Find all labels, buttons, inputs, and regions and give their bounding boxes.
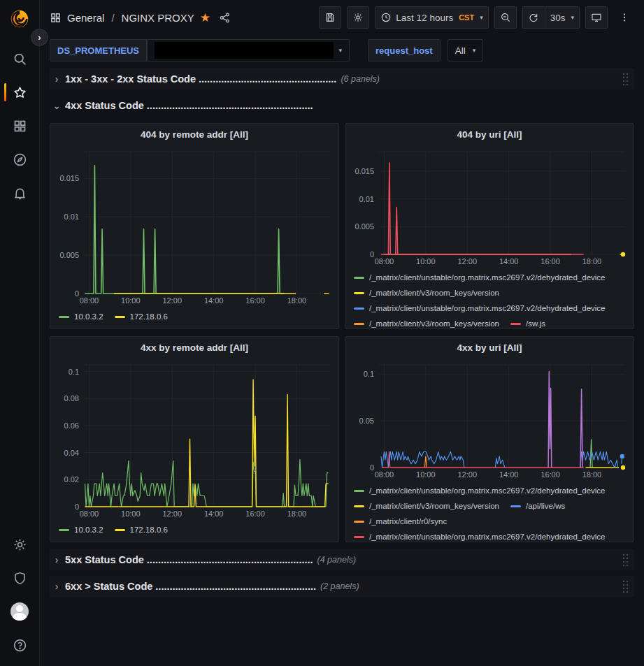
legend-label: /_matrix/client/v3/room_keys/version (369, 289, 499, 297)
panel-chart-area[interactable]: 00.0050.010.01508:0010:0012:0014:0016:00… (350, 146, 629, 267)
cycle-view-mode-button[interactable] (585, 6, 608, 29)
sidebar-item-profile[interactable] (0, 595, 39, 628)
legend-swatch (115, 529, 125, 531)
timeseries-chart[interactable]: 00.020.040.060.080.108:0010:0012:0014:00… (55, 359, 334, 519)
svg-text:10:00: 10:00 (416, 257, 436, 266)
svg-text:0.005: 0.005 (355, 222, 374, 231)
row-1xx-3xx-2xx[interactable]: › 1xx - 3xx - 2xx Status Code ..........… (50, 68, 634, 89)
svg-text:14:00: 14:00 (499, 470, 519, 479)
refresh-interval-dropdown[interactable]: 30s ▾ (545, 6, 580, 29)
legend-item[interactable]: 172.18.0.6 (115, 522, 168, 537)
datasource-variable-label: DS_PROMETHEUS (50, 39, 147, 61)
svg-text:0: 0 (370, 250, 374, 259)
grafana-logo-icon[interactable] (9, 8, 30, 29)
row-drag-handle[interactable] (622, 580, 629, 593)
legend-label: /_matrix/client/unstable/org.matrix.msc2… (369, 533, 606, 541)
legend-item[interactable]: /sw.js (510, 316, 545, 328)
legend-swatch (354, 505, 364, 507)
legend-item[interactable]: /_matrix/client/v3/room_keys/version (354, 498, 499, 514)
time-range-picker[interactable]: Last 12 hours CST ▾ (375, 6, 488, 29)
sidebar-item-search[interactable] (0, 42, 39, 75)
timeseries-chart[interactable]: 00.0050.010.01508:0010:0012:0014:0016:00… (350, 146, 629, 267)
legend-label: /_matrix/client/v3/room_keys/version (369, 319, 499, 328)
legend-item[interactable]: 172.18.0.6 (115, 309, 168, 324)
panel-title[interactable]: 4xx by remote addr [All] (50, 337, 338, 358)
panel-legend: /_matrix/client/unstable/org.matrix.msc2… (345, 480, 634, 542)
dashboard-header: General / NGINX PROXY ★ Last 12 hours (40, 0, 644, 35)
svg-text:0: 0 (370, 463, 374, 472)
legend-item[interactable]: /_matrix/client/v3/room_keys/version (354, 316, 499, 328)
sidebar-item-alerting[interactable] (0, 176, 39, 210)
refresh-button[interactable] (522, 6, 545, 29)
legend-item[interactable]: /_matrix/client/unstable/org.matrix.msc2… (354, 483, 606, 498)
legend-item[interactable]: 10.0.3.2 (59, 522, 103, 537)
chevron-down-icon: ▾ (480, 14, 483, 21)
datasource-variable-dropdown[interactable]: ▾ (147, 39, 350, 61)
sidebar-item-server-admin[interactable] (0, 561, 39, 595)
legend-label: /_matrix/client/unstable/org.matrix.msc2… (369, 486, 606, 495)
share-icon[interactable] (219, 12, 231, 24)
legend-swatch (354, 292, 364, 294)
legend-item[interactable]: /_matrix/client/r0/sync (354, 514, 447, 529)
svg-text:12:00: 12:00 (162, 296, 182, 305)
legend-item[interactable]: /_matrix/client/unstable/org.matrix.msc2… (354, 529, 606, 542)
bell-icon (13, 186, 27, 201)
svg-text:14:00: 14:00 (204, 296, 224, 305)
timeseries-chart[interactable]: 00.050.108:0010:0012:0014:0016:0018:00 (350, 359, 629, 480)
legend-label: /_matrix/client/unstable/org.matrix.msc2… (369, 304, 606, 312)
legend-swatch (115, 316, 125, 318)
refresh-group: 30s ▾ (522, 6, 580, 29)
sidebar-item-configuration[interactable] (0, 528, 39, 561)
svg-text:0.05: 0.05 (359, 417, 374, 425)
chevron-right-icon: › (52, 581, 61, 592)
legend-swatch (510, 323, 521, 325)
row-4xx[interactable]: ⌄ 4xx Status Code ......................… (50, 95, 634, 116)
grafana-app: › (0, 0, 644, 666)
row-5xx[interactable]: › 5xx Status Code ......................… (50, 549, 634, 570)
sidebar-expand-button[interactable]: › (31, 29, 48, 46)
legend-swatch (354, 323, 364, 325)
row-drag-handle[interactable] (622, 73, 629, 86)
svg-text:12:00: 12:00 (457, 470, 477, 479)
legend-label: /_matrix/client/unstable/org.matrix.msc2… (369, 273, 606, 282)
panel-chart-area[interactable]: 00.050.108:0010:0012:0014:0016:0018:00 (350, 359, 629, 480)
breadcrumb-folder[interactable]: General (67, 12, 104, 24)
svg-text:18:00: 18:00 (582, 470, 602, 479)
request-host-variable-dropdown[interactable]: All ▾ (448, 39, 484, 61)
legend-item[interactable]: 10.0.3.2 (59, 309, 103, 324)
panel-chart-area[interactable]: 00.020.040.060.080.108:0010:0012:0014:00… (55, 359, 334, 519)
breadcrumb-dashboard-title[interactable]: NGINX PROXY (122, 12, 194, 24)
legend-item[interactable]: /_matrix/client/unstable/org.matrix.msc2… (354, 301, 606, 316)
timeseries-chart[interactable]: 00.0050.010.01508:0010:0012:0014:0016:00… (55, 146, 334, 306)
legend-item[interactable]: /api/live/ws (510, 498, 565, 514)
more-options-button[interactable] (613, 6, 636, 29)
panel-title[interactable]: 4xx by uri [All] (345, 337, 634, 358)
panel-chart-area[interactable]: 00.0050.010.01508:0010:0012:0014:0016:00… (55, 146, 334, 306)
legend-swatch (354, 490, 364, 492)
sidebar-item-dashboards[interactable] (0, 109, 39, 143)
compass-icon (13, 152, 27, 167)
sidebar-item-help[interactable] (0, 628, 39, 662)
panel-legend: 10.0.3.2172.18.0.6 (50, 306, 338, 328)
panel-title[interactable]: 404 by remote addr [All] (50, 124, 338, 145)
sidebar-item-explore[interactable] (0, 143, 39, 176)
kebab-menu-icon (619, 12, 630, 23)
svg-text:0.04: 0.04 (64, 449, 79, 457)
legend-item[interactable]: /_matrix/client/v3/room_keys/version (354, 285, 499, 301)
row-6xx[interactable]: › 6xx > Status Code ....................… (50, 576, 634, 597)
favorite-star-icon[interactable]: ★ (200, 10, 210, 25)
svg-text:16:00: 16:00 (245, 509, 265, 518)
zoom-out-time-button[interactable] (494, 6, 517, 29)
svg-text:12:00: 12:00 (457, 257, 477, 266)
svg-text:14:00: 14:00 (204, 509, 224, 518)
dashboard-settings-button[interactable] (347, 6, 369, 29)
row-title: 4xx Status Code ........................… (65, 100, 313, 111)
panel-title[interactable]: 404 by uri [All] (345, 124, 634, 145)
save-dashboard-button[interactable] (319, 6, 341, 29)
sidebar-item-starred[interactable] (0, 75, 39, 109)
legend-item[interactable]: /_matrix/client/unstable/org.matrix.msc2… (354, 270, 606, 285)
svg-text:14:00: 14:00 (499, 257, 519, 266)
legend-label: 172.18.0.6 (130, 312, 168, 321)
panel-4xx-by-remote-addr: 4xx by remote addr [All] 00.020.040.060.… (50, 336, 339, 542)
row-drag-handle[interactable] (622, 553, 629, 567)
